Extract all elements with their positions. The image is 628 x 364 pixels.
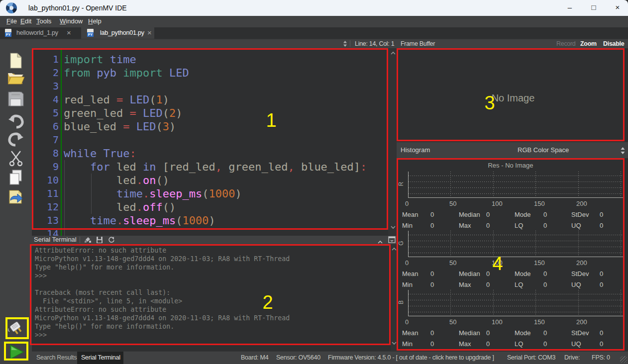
record-button: Record	[556, 39, 576, 49]
undo-icon[interactable]	[6, 113, 25, 130]
menu-tools[interactable]: Tools	[36, 16, 51, 27]
minimize-button[interactable]: –	[558, 0, 581, 16]
save-log-icon[interactable]	[96, 236, 104, 244]
scroll-up-icon[interactable]	[390, 51, 396, 55]
window-title: lab_python01.py - OpenMV IDE	[28, 0, 127, 16]
cursor-position: Line: 14, Col: 1	[355, 39, 394, 49]
menu-file[interactable]: File	[6, 16, 17, 27]
menu-bar: FileEditToolsWindowHelp	[0, 16, 628, 27]
annotation-rect-terminal	[30, 244, 391, 345]
tab-label: helloworld_1.py	[16, 27, 58, 39]
status-serial-terminal[interactable]: Serial Terminal	[81, 352, 120, 364]
frame-buffer-title: Frame Buffer	[401, 39, 435, 49]
new-file-icon[interactable]	[6, 52, 25, 69]
histogram-header: Histogram RGB Color Space	[397, 142, 628, 158]
save-icon[interactable]	[6, 90, 25, 107]
serial-terminal-header: Serial Terminal	[32, 236, 397, 244]
menu-help[interactable]: Help	[88, 16, 102, 27]
status-fps: FPS: 0	[592, 352, 610, 364]
tab-helloworld_1-py[interactable]: helloworld_1.py×	[0, 27, 80, 39]
divider	[80, 237, 80, 243]
annotation-highlight-connect-button	[5, 317, 29, 339]
title-bar: lab_python01.py - OpenMV IDE – □ ×	[0, 0, 628, 16]
tab-lab_python01-py[interactable]: lab_python01.py×	[81, 27, 154, 39]
status-sensor: Sensor: OV5640	[276, 352, 320, 364]
histogram-title: Histogram	[401, 146, 430, 155]
header-divider	[350, 40, 350, 47]
status-bar: Search ResultsSerial TerminalBoard: M4Se…	[0, 351, 628, 364]
python-file-icon	[87, 29, 94, 37]
cut-icon[interactable]	[6, 150, 25, 167]
colorspace-dropdown[interactable]: RGB Color Space	[518, 146, 569, 155]
menu-window[interactable]: Window	[60, 16, 83, 27]
status-firmware-version[interactable]: Firmware Version: 4.5.0 - [ out of date …	[328, 352, 494, 364]
redo-icon[interactable]	[6, 131, 25, 148]
openmv-ide-window: lab_python01.py - OpenMV IDE – □ × FileE…	[0, 0, 628, 364]
annotation-number-2: 2	[262, 292, 273, 313]
float-panel-icon[interactable]	[388, 236, 396, 244]
open-folder-icon[interactable]	[6, 70, 25, 87]
status-drive: Drive:	[564, 352, 580, 364]
clear-terminal-icon[interactable]	[84, 236, 92, 244]
python-file-icon	[5, 29, 11, 37]
tab-bar: helloworld_1.py×lab_python01.py×	[0, 27, 628, 39]
annotation-number-4: 4	[492, 253, 503, 274]
tab-close-icon[interactable]: ×	[67, 27, 71, 39]
annotation-number-3: 3	[484, 92, 495, 114]
annotation-number-1: 1	[266, 110, 276, 131]
toolbar-sidebar	[0, 48, 32, 364]
annotation-rect-editor	[32, 48, 388, 230]
scroll-down-icon[interactable]	[390, 225, 396, 229]
collapse-panel-icon[interactable]	[377, 237, 385, 245]
menu-edit[interactable]: Edit	[20, 16, 31, 27]
resize-grip[interactable]	[620, 356, 627, 363]
reload-icon[interactable]	[107, 236, 115, 244]
serial-terminal-title: Serial Terminal	[34, 236, 77, 244]
disable-button[interactable]: Disable	[603, 39, 624, 49]
status-serial-port: Serial Port: COM3	[507, 352, 555, 364]
maximize-button[interactable]: □	[582, 0, 605, 16]
annotation-highlight-run-button	[4, 342, 28, 361]
status-search-results[interactable]: Search Results	[36, 352, 77, 364]
close-button[interactable]: ×	[606, 0, 628, 16]
tab-label: lab_python01.py	[100, 27, 144, 39]
colorspace-arrows-icon[interactable]	[620, 147, 626, 156]
copy-icon[interactable]	[6, 169, 25, 186]
openmv-logo-icon	[6, 2, 17, 13]
zoom-button[interactable]: Zoom	[580, 39, 597, 49]
annotation-rect-histogram	[397, 158, 625, 351]
editor-header: Line: 14, Col: 1 Frame Buffer Record Zoo…	[0, 39, 628, 48]
annotation-rect-frame-buffer	[397, 48, 625, 141]
status-board: Board: M4	[241, 352, 268, 364]
paste-icon[interactable]	[6, 188, 25, 205]
tab-close-icon[interactable]: ×	[147, 27, 152, 39]
